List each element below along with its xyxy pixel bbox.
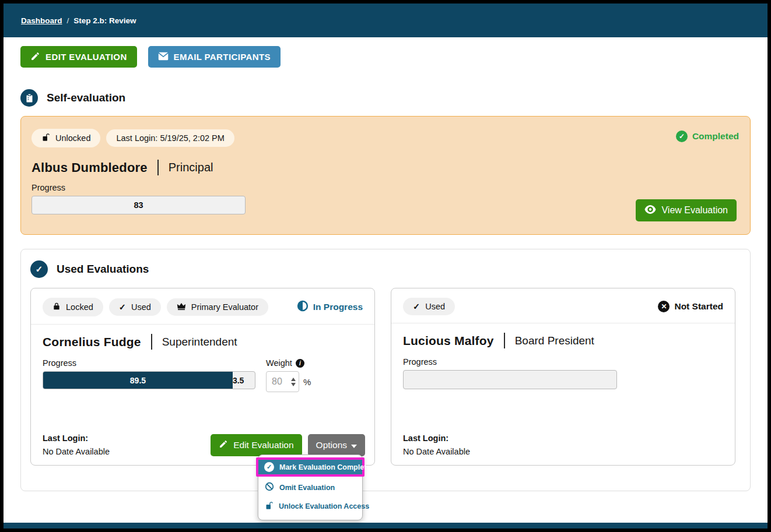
last-login-block: Last Login: No Date Available — [43, 434, 110, 456]
person-role: Superintendent — [162, 336, 237, 348]
envelope-icon — [158, 52, 169, 62]
options-button[interactable]: Options — [308, 434, 365, 456]
last-login-block: Last Login: No Date Available — [403, 434, 470, 456]
card-name-row: Lucious Malfoy Board President — [403, 333, 723, 348]
evaluation-cards-row: Locked ✓ Used Primary Evaluator — [30, 288, 741, 466]
person-role: Board President — [515, 334, 594, 347]
evaluation-card-fudge: Locked ✓ Used Primary Evaluator — [30, 288, 375, 466]
progress-value: 89.5 — [130, 376, 146, 385]
self-eval-progress-block: Progress 83 — [31, 183, 740, 214]
options-button-label: Options — [316, 440, 347, 450]
name-role-divider — [157, 160, 159, 175]
email-participants-button[interactable]: EMAIL PARTICIPANTS — [148, 46, 281, 68]
menu-item-mark-evaluation-complete[interactable]: ✓ Mark Evaluation Complete — [256, 457, 365, 477]
menu-item-unlock-evaluation-access[interactable]: Unlock Evaluation Access — [258, 497, 362, 516]
main-content: EDIT EVALUATION EMAIL PARTICIPANTS Self-… — [3, 37, 768, 523]
card-badges: ✓ Used ✕ Not Started — [403, 298, 723, 315]
self-evaluation-section-header: Self-evaluation — [20, 89, 751, 107]
status-in-progress: In Progress — [297, 300, 363, 314]
progress-label: Progress — [403, 357, 617, 367]
eye-icon — [644, 205, 656, 216]
edit-evaluation-card-label: Edit Evaluation — [233, 440, 293, 450]
footer-bar — [3, 523, 768, 529]
card-name-row: Cornelius Fudge Superintendent — [43, 334, 363, 350]
status-completed: ✓ Completed — [676, 131, 739, 142]
stepper-down-icon[interactable] — [291, 383, 296, 386]
locked-badge: Locked — [43, 298, 103, 316]
pencil-icon — [30, 51, 40, 63]
self-evaluation-card: Unlocked Last Login: 5/19/25, 2:02 PM ✓ … — [20, 116, 751, 235]
progress-value: 83 — [32, 196, 245, 214]
progress-weight-row: Progress 89.5 3.5 Weight i — [43, 358, 363, 392]
status-not-started-label: Not Started — [674, 301, 723, 312]
progress-bar — [403, 370, 617, 389]
self-eval-name-row: Albus Dumbledore Principal — [31, 160, 740, 175]
progress-value — [404, 371, 616, 389]
x-circle-icon: ✕ — [658, 301, 670, 312]
primary-evaluator-badge-label: Primary Evaluator — [191, 302, 258, 312]
stepper-up-icon[interactable] — [291, 378, 296, 381]
info-icon[interactable]: i — [296, 359, 304, 368]
actions-row: EDIT EVALUATION EMAIL PARTICIPANTS — [20, 46, 751, 68]
weight-block: Weight i 80 — [266, 358, 311, 392]
person-name: Cornelius Fudge — [43, 335, 141, 349]
self-eval-badges: Unlocked Last Login: 5/19/25, 2:02 PM — [31, 129, 740, 147]
used-evaluations-container: ✓ Used Evaluations Locked ✓ — [20, 249, 751, 491]
last-login-value: No Date Available — [43, 447, 110, 456]
crown-icon — [177, 302, 186, 312]
email-participants-label: EMAIL PARTICIPANTS — [174, 52, 271, 62]
person-name: Lucious Malfoy — [403, 334, 494, 348]
evaluation-card-malfoy: ✓ Used ✕ Not Started Lucious Malfoy Boar… — [391, 288, 735, 466]
card-progress-block: Progress — [403, 357, 617, 389]
card-bottom-row: Last Login: No Date Available — [403, 434, 726, 456]
unlocked-badge-label: Unlocked — [55, 133, 90, 143]
check-icon: ✓ — [413, 302, 420, 311]
breadcrumb-separator: / — [67, 16, 69, 25]
used-evaluations-header: ✓ Used Evaluations — [30, 260, 741, 278]
progress-overflow-value: 3.5 — [233, 372, 244, 389]
lock-icon — [52, 302, 61, 312]
card-bottom-row: Last Login: No Date Available Edit Evalu… — [43, 434, 365, 456]
last-login-label: Last Login: — [43, 434, 110, 443]
status-completed-label: Completed — [692, 131, 739, 142]
pencil-icon — [219, 439, 228, 451]
view-evaluation-button[interactable]: View Evaluation — [636, 199, 737, 221]
menu-item-unlock-label: Unlock Evaluation Access — [279, 502, 369, 510]
breadcrumb: Dashboard / Step 2.b: Review — [21, 16, 136, 25]
breadcrumb-dashboard-link[interactable]: Dashboard — [21, 16, 62, 25]
used-evaluations-title: Used Evaluations — [57, 263, 149, 276]
last-login-value: No Date Available — [403, 447, 470, 456]
weight-input[interactable]: 80 — [266, 371, 299, 392]
self-evaluation-title: Self-evaluation — [47, 91, 125, 104]
progress-bar: 89.5 3.5 — [43, 371, 255, 389]
weight-unit: % — [303, 377, 311, 387]
weight-label: Weight — [266, 358, 292, 368]
weight-stepper[interactable] — [291, 378, 296, 386]
progress-bar-fill: 89.5 3.5 — [43, 372, 233, 389]
check-icon: ✓ — [119, 302, 126, 312]
menu-item-omit-evaluation[interactable]: Omit Evaluation — [258, 478, 362, 497]
edit-evaluation-card-button[interactable]: Edit Evaluation — [211, 434, 302, 456]
used-badge: ✓ Used — [109, 298, 161, 316]
clipboard-icon — [20, 89, 38, 107]
weight-input-row: 80 % — [266, 371, 311, 392]
progress-label: Progress — [43, 358, 255, 368]
edit-evaluation-button[interactable]: EDIT EVALUATION — [20, 46, 137, 68]
check-circle-icon: ✓ — [30, 260, 48, 278]
breadcrumb-current: Step 2.b: Review — [73, 16, 136, 25]
half-circle-icon — [297, 300, 309, 314]
last-login-label: Last Login: — [403, 434, 470, 443]
card-buttons: Edit Evaluation Options — [211, 434, 365, 456]
card-divider — [31, 324, 374, 325]
used-badge-label: Used — [425, 302, 445, 311]
unlocked-badge: Unlocked — [31, 129, 100, 147]
locked-badge-label: Locked — [66, 302, 93, 312]
progress-row: Progress — [403, 357, 723, 389]
check-circle-icon: ✓ — [676, 131, 688, 142]
status-in-progress-label: In Progress — [313, 302, 363, 312]
top-navbar: Dashboard / Step 2.b: Review — [3, 3, 768, 37]
card-divider — [391, 323, 735, 323]
last-login-badge: Last Login: 5/19/25, 2:02 PM — [106, 129, 234, 147]
ban-icon — [265, 482, 274, 493]
used-badge-label: Used — [131, 302, 151, 312]
